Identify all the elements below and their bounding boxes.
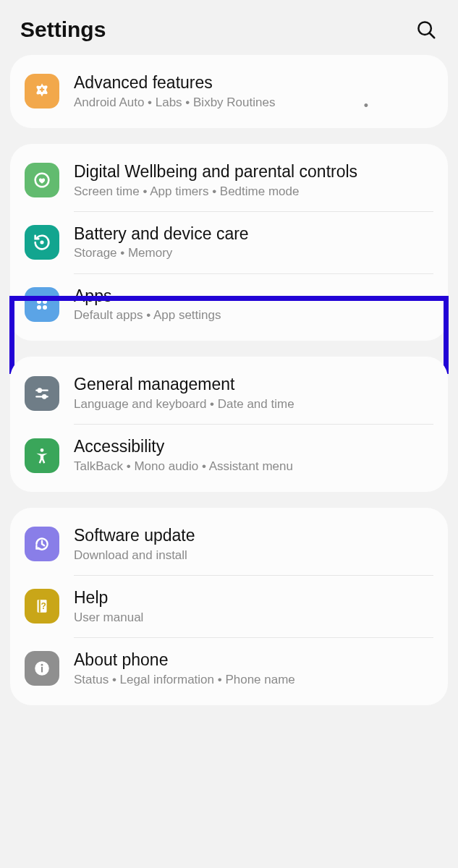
- page-title: Settings: [20, 17, 106, 42]
- search-button[interactable]: [415, 18, 438, 41]
- help-icon: ?: [25, 589, 59, 624]
- settings-item-battery-device-care[interactable]: Battery and device care Storage • Memory: [10, 216, 448, 269]
- settings-item-accessibility[interactable]: Accessibility TalkBack • Mono audio • As…: [10, 429, 448, 482]
- header: Settings: [3, 0, 455, 55]
- wellbeing-icon: [25, 163, 59, 197]
- settings-item-title: Help: [74, 587, 143, 608]
- svg-point-7: [43, 299, 47, 304]
- svg-text:?: ?: [41, 602, 46, 612]
- settings-item-text: Advanced features Android Auto • Labs • …: [74, 72, 275, 111]
- settings-item-software-update[interactable]: Software update Download and install: [10, 518, 448, 571]
- svg-line-1: [430, 33, 435, 38]
- search-icon: [415, 19, 437, 41]
- svg-point-12: [38, 388, 41, 391]
- settings-item-text: Battery and device care Storage • Memory: [74, 224, 249, 262]
- settings-item-general-management[interactable]: General management Language and keyboard…: [10, 367, 448, 420]
- settings-item-title: Apps: [74, 286, 221, 307]
- settings-item-title: Battery and device care: [74, 224, 249, 244]
- settings-item-text: About phone Status • Legal information •…: [74, 650, 295, 688]
- settings-item-subtitle: Download and install: [74, 548, 195, 563]
- settings-item-digital-wellbeing[interactable]: Digital Wellbeing and parental controls …: [10, 154, 448, 207]
- settings-item-help[interactable]: ? Help User manual: [10, 580, 448, 633]
- settings-item-subtitle: Android Auto • Labs • Bixby Routines: [74, 95, 275, 111]
- settings-group: Digital Wellbeing and parental controls …: [10, 144, 448, 341]
- apps-icon: [25, 287, 59, 322]
- settings-group: • Advanced features Android Auto • Labs …: [10, 55, 448, 128]
- settings-item-subtitle: TalkBack • Mono audio • Assistant menu: [74, 459, 293, 475]
- settings-group: General management Language and keyboard…: [10, 357, 448, 492]
- settings-item-apps[interactable]: Apps Default apps • App settings: [10, 278, 448, 331]
- device-care-icon: [25, 225, 59, 260]
- about-phone-icon: [25, 651, 59, 686]
- settings-group: Software update Download and install ? H…: [10, 508, 448, 705]
- settings-item-title: General management: [74, 374, 294, 395]
- settings-item-title: About phone: [74, 650, 295, 671]
- settings-item-title: Software update: [74, 525, 195, 546]
- settings-item-text: Digital Wellbeing and parental controls …: [74, 161, 357, 200]
- settings-item-subtitle: Default apps • App settings: [74, 307, 221, 323]
- svg-point-9: [43, 305, 47, 310]
- settings-item-text: Help User manual: [74, 587, 143, 626]
- divider: [74, 637, 433, 638]
- svg-point-20: [41, 664, 43, 666]
- advanced-features-icon: [25, 74, 59, 109]
- settings-item-subtitle: User manual: [74, 610, 143, 626]
- svg-point-5: [40, 241, 43, 244]
- settings-item-subtitle: Screen time • App timers • Bedtime mode: [74, 184, 357, 200]
- divider: [74, 575, 433, 576]
- settings-item-text: Software update Download and install: [74, 525, 195, 563]
- divider: [74, 211, 433, 212]
- settings-item-text: Accessibility TalkBack • Mono audio • As…: [74, 436, 293, 475]
- svg-point-8: [37, 305, 41, 310]
- settings-item-title: Advanced features: [74, 72, 275, 93]
- settings-item-title: Digital Wellbeing and parental controls: [74, 161, 357, 182]
- settings-item-subtitle: Storage • Memory: [74, 245, 249, 261]
- settings-item-text: General management Language and keyboard…: [74, 374, 294, 412]
- settings-item-text: Apps Default apps • App settings: [74, 286, 221, 324]
- svg-point-14: [41, 448, 44, 452]
- settings-item-subtitle: Language and keyboard • Date and time: [74, 396, 294, 412]
- settings-item-subtitle: Status • Legal information • Phone name: [74, 672, 295, 688]
- svg-rect-16: [39, 600, 41, 613]
- svg-rect-19: [41, 667, 43, 673]
- divider: [74, 273, 433, 274]
- software-update-icon: [25, 527, 59, 561]
- accessibility-icon: [25, 438, 59, 473]
- svg-rect-3: [41, 88, 43, 93]
- divider: [74, 424, 433, 425]
- svg-point-6: [37, 299, 41, 304]
- general-management-icon: [25, 376, 59, 411]
- settings-item-advanced-features[interactable]: Advanced features Android Auto • Labs • …: [10, 65, 448, 118]
- settings-item-title: Accessibility: [74, 436, 293, 457]
- svg-point-13: [43, 395, 46, 398]
- settings-screen: Settings • Advanced features Android Aut…: [0, 0, 458, 868]
- settings-item-about-phone[interactable]: About phone Status • Legal information •…: [10, 642, 448, 695]
